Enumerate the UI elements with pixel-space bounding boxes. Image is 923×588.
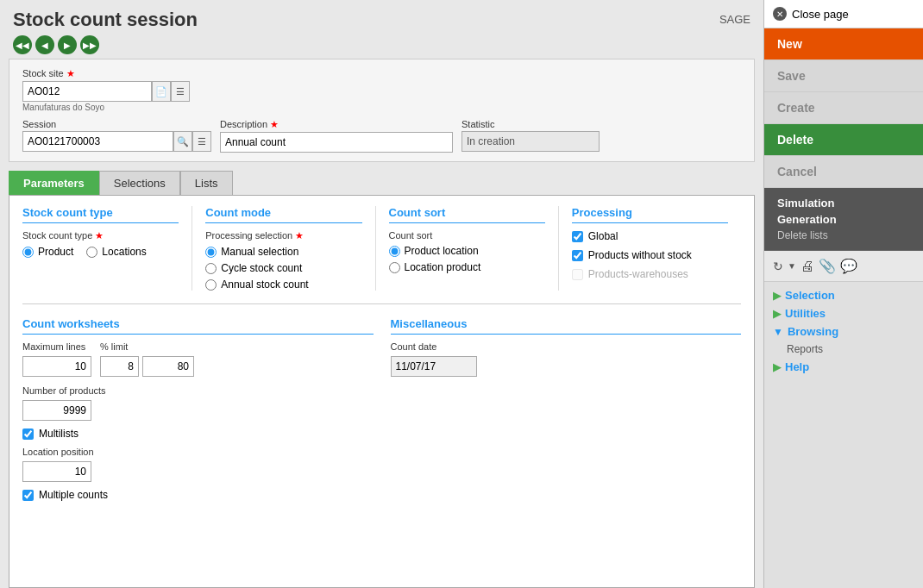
mode-cycle-option[interactable]: Cycle stock count	[205, 262, 361, 274]
nav-first-button[interactable]: ◀◀	[13, 35, 32, 54]
stock-site-detail-icon[interactable]: 📄	[152, 81, 171, 102]
nav-last-button[interactable]: ▶▶	[80, 35, 99, 54]
refresh-button[interactable]: ↻	[773, 260, 783, 273]
max-lines-group: Maximum lines	[22, 341, 91, 377]
session-label: Session	[22, 119, 211, 129]
tab-lists[interactable]: Lists	[180, 171, 233, 195]
type-required-star: ★	[95, 230, 104, 241]
num-products-input[interactable]	[22, 400, 91, 421]
products-without-stock-checkbox-item[interactable]: Products without stock	[572, 249, 728, 261]
stock-site-group: Stock site ★ 📄 ☰ Manufaturas do Soyo	[22, 68, 741, 112]
processing-section: Processing Global Products without stock…	[572, 206, 741, 291]
type-locations-option[interactable]: Locations	[86, 246, 146, 258]
mode-annual-radio[interactable]	[205, 279, 217, 291]
worksheet-fields-row1: Maximum lines % limit	[22, 341, 374, 377]
create-button[interactable]: Create	[764, 92, 923, 124]
global-checkbox-item[interactable]: Global	[572, 230, 728, 242]
stock-count-type-title: Stock count type	[22, 206, 179, 223]
sort-location-product-radio[interactable]	[389, 262, 400, 273]
type-locations-label: Locations	[102, 246, 146, 258]
type-product-radio[interactable]	[22, 247, 34, 258]
mode-manual-option[interactable]: Manual selection	[205, 246, 361, 258]
count-mode-section: Count mode Processing selection ★ Manual…	[205, 206, 375, 291]
mode-manual-radio[interactable]	[205, 247, 217, 258]
reports-link[interactable]: Reports	[773, 343, 914, 355]
sort-product-location-option[interactable]: Product location	[389, 245, 545, 257]
comment-button[interactable]: 💬	[840, 258, 857, 274]
close-page-button[interactable]: ✕ Close page	[764, 0, 923, 28]
pct-limit-input2[interactable]	[142, 356, 194, 377]
global-checkbox[interactable]	[572, 231, 583, 242]
count-date-input[interactable]	[391, 356, 477, 377]
session-search-icon[interactable]: 🔍	[173, 131, 192, 152]
count-worksheets-section: Count worksheets Maximum lines % limit	[22, 317, 374, 508]
multilists-checkbox[interactable]	[22, 428, 34, 440]
num-products-group: Number of products	[22, 385, 374, 421]
new-button[interactable]: New	[764, 28, 923, 60]
stock-count-type-field-label: Stock count type ★	[22, 230, 179, 241]
num-products-label: Number of products	[22, 385, 374, 396]
multiple-counts-checkbox-item[interactable]: Multiple counts	[22, 489, 374, 501]
mode-cycle-label: Cycle stock count	[221, 262, 302, 274]
sections-row-top: Stock count type Stock count type ★ Prod…	[22, 206, 741, 304]
products-warehouses-checkbox	[572, 269, 583, 280]
type-product-option[interactable]: Product	[22, 246, 73, 258]
type-locations-radio[interactable]	[86, 247, 97, 258]
stock-site-list-icon[interactable]: ☰	[171, 81, 190, 102]
selection-link[interactable]: ▶ Selection	[773, 289, 914, 302]
location-position-input[interactable]	[22, 461, 91, 482]
count-sort-options: Product location Location product	[389, 245, 545, 273]
save-button[interactable]: Save	[764, 60, 923, 92]
browsing-label: Browsing	[788, 325, 838, 338]
browsing-arrow-icon: ▼	[773, 326, 783, 338]
generation-label: Generation	[777, 213, 910, 226]
session-list-icon[interactable]: ☰	[192, 131, 211, 152]
session-group: Session 🔍 ☰	[22, 119, 211, 152]
browsing-link[interactable]: ▼ Browsing	[773, 325, 914, 338]
sage-label: SAGE	[719, 13, 750, 26]
utilities-link[interactable]: ▶ Utilities	[773, 307, 914, 320]
delete-lists-button[interactable]: Delete lists	[777, 229, 910, 241]
mode-required-star: ★	[295, 230, 304, 241]
refresh-dropdown-arrow[interactable]: ▼	[788, 261, 796, 271]
delete-button[interactable]: Delete	[764, 124, 923, 156]
products-without-stock-checkbox[interactable]	[572, 250, 583, 261]
nav-prev-button[interactable]: ◀	[35, 35, 54, 54]
stock-count-type-section: Stock count type Stock count type ★ Prod…	[22, 206, 192, 291]
nav-next-button[interactable]: ▶	[58, 35, 77, 54]
count-date-group: Count date	[391, 341, 742, 377]
multiple-counts-checkbox[interactable]	[22, 490, 34, 501]
attachment-button[interactable]: 📎	[819, 258, 836, 274]
count-mode-title: Count mode	[205, 206, 361, 223]
mode-annual-option[interactable]: Annual stock count	[205, 278, 361, 291]
pct-limit-input1[interactable]	[100, 356, 139, 377]
count-sort-title: Count sort	[389, 206, 545, 223]
print-button[interactable]: 🖨	[801, 259, 814, 274]
mode-manual-label: Manual selection	[221, 246, 298, 258]
description-input[interactable]	[220, 132, 453, 153]
statistic-input	[462, 131, 600, 152]
processing-title: Processing	[572, 206, 728, 223]
tab-parameters[interactable]: Parameters	[9, 171, 99, 195]
sort-location-product-option[interactable]: Location product	[389, 261, 545, 273]
products-without-stock-label: Products without stock	[588, 249, 692, 261]
mode-cycle-radio[interactable]	[205, 263, 217, 274]
products-warehouses-checkbox-item: Products-warehouses	[572, 268, 728, 280]
count-worksheets-title: Count worksheets	[22, 317, 374, 335]
products-warehouses-label: Products-warehouses	[588, 268, 688, 280]
help-link[interactable]: ▶ Help	[773, 360, 914, 373]
tab-selections[interactable]: Selections	[99, 171, 180, 195]
global-label: Global	[588, 230, 618, 242]
max-lines-input[interactable]	[22, 356, 91, 377]
miscellaneous-title: Miscellaneous	[391, 317, 742, 335]
count-sort-field-label: Count sort	[389, 230, 545, 241]
pct-limit-label: % limit	[100, 341, 194, 352]
sort-product-location-radio[interactable]	[389, 246, 400, 257]
utilities-arrow-icon: ▶	[773, 308, 781, 320]
multilists-checkbox-item[interactable]: Multilists	[22, 428, 374, 440]
description-label: Description ★	[220, 119, 453, 130]
stock-site-input[interactable]	[22, 81, 152, 102]
cancel-button[interactable]: Cancel	[764, 156, 923, 188]
stock-count-type-options: Product Locations	[22, 246, 179, 258]
session-input[interactable]	[22, 131, 173, 152]
